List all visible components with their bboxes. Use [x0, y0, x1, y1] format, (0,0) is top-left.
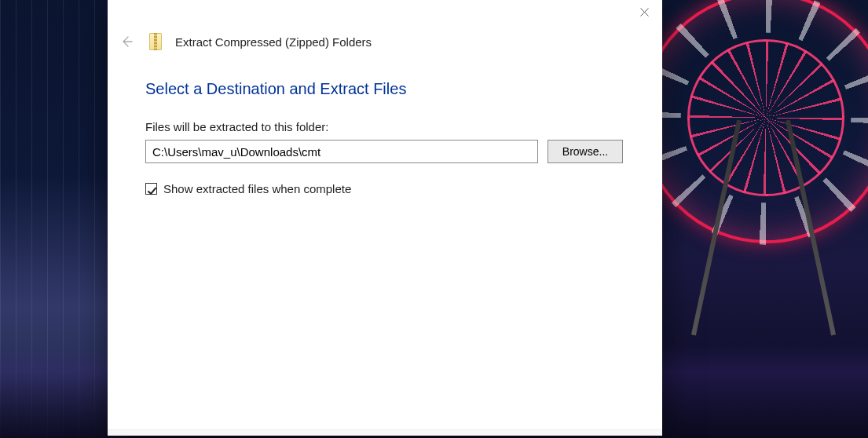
wizard-footer [108, 429, 662, 436]
titlebar [108, 0, 662, 31]
close-icon [640, 8, 649, 16]
destination-label: Files will be extracted to this folder: [145, 120, 624, 133]
browse-button[interactable]: Browse... [548, 140, 623, 163]
destination-path-input[interactable] [145, 140, 538, 163]
wizard-header: Extract Compressed (Zipped) Folders [108, 31, 662, 58]
destination-row: Browse... [145, 140, 624, 163]
close-button[interactable] [627, 0, 662, 24]
wizard-title: Extract Compressed (Zipped) Folders [175, 35, 372, 49]
show-files-checkbox-row[interactable]: Show extracted files when complete [145, 182, 624, 195]
show-files-checkbox[interactable] [145, 183, 157, 195]
zipped-folder-icon [147, 31, 164, 52]
back-button[interactable] [117, 32, 136, 51]
arrow-left-icon [120, 35, 133, 48]
show-files-checkbox-label: Show extracted files when complete [163, 182, 351, 195]
section-title: Select a Destination and Extract Files [145, 80, 624, 98]
extract-wizard-dialog: Extract Compressed (Zipped) Folders Sele… [108, 0, 662, 436]
wizard-content: Select a Destination and Extract Files F… [108, 58, 662, 429]
ferris-wheel-graphic [640, 0, 868, 243]
